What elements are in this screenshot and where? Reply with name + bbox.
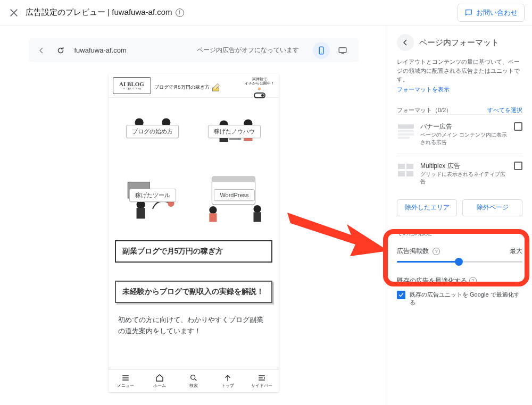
menu-icon <box>121 374 130 382</box>
svg-point-1 <box>321 52 322 53</box>
svg-rect-18 <box>136 208 145 218</box>
ad-count-slider[interactable] <box>397 261 522 263</box>
svg-rect-27 <box>398 130 414 132</box>
sidebar-icon <box>257 374 266 382</box>
category-label: ブログの始め方 <box>126 125 179 138</box>
svg-rect-26 <box>398 124 414 129</box>
info-icon[interactable]: i <box>176 9 184 17</box>
excluded-pages-button[interactable]: 除外ページ <box>462 199 522 216</box>
multiplex-format-icon <box>397 162 415 180</box>
svg-point-23 <box>253 205 261 213</box>
svg-rect-29 <box>398 137 410 139</box>
category-tile[interactable]: 稼げたツール <box>115 166 190 224</box>
mobile-preview-frame: AI BLOG Ai（あい）Blog ブログで月5万円の稼ぎ方 実体験で イチか… <box>109 74 279 392</box>
back-arrow-icon[interactable] <box>36 45 47 56</box>
dark-mode-toggle[interactable] <box>254 92 265 98</box>
article-card[interactable]: 副業ブログで月5万円の稼ぎ方 <box>115 240 272 263</box>
svg-rect-32 <box>398 171 405 176</box>
contact-button[interactable]: お問い合わせ <box>458 4 525 22</box>
category-tile[interactable]: ブログの始め方 <box>115 102 190 161</box>
format-checkbox[interactable] <box>514 122 522 131</box>
category-tile[interactable]: 稼げたノウハウ <box>197 102 272 161</box>
category-label: 稼げたツール <box>129 189 176 202</box>
preview-column: fuwafuwa-af.com ページ内広告がオフになっています AI BLOG… <box>0 26 387 405</box>
intro-text: 初めての方に向けて、わかりやすくブログ副業の道先案内をしています！ <box>115 315 272 337</box>
svg-rect-28 <box>398 133 414 136</box>
format-title: バナー広告 <box>420 122 509 131</box>
format-desc: ページのメイン コンテンツ内に表示される広告 <box>420 131 509 146</box>
svg-rect-31 <box>406 164 413 169</box>
optimize-existing-heading: 既存の広告を最適化する ? <box>397 276 522 285</box>
reload-icon[interactable] <box>55 45 66 56</box>
top-bar: 広告設定のプレビュー | fuwafuwa-af.com i お問い合わせ <box>0 0 532 26</box>
site-logo: AI BLOG Ai（あい）Blog <box>113 77 151 94</box>
ad-status-text: ページ内広告がオフになっています <box>197 46 299 55</box>
search-icon <box>189 374 198 382</box>
select-all-link[interactable]: すべてを選択 <box>487 106 522 114</box>
show-format-link[interactable]: フォーマットを表示 <box>397 86 450 92</box>
nav-top[interactable]: トップ <box>211 369 245 392</box>
writing-hand-icon <box>212 81 223 93</box>
optimize-checkbox[interactable] <box>397 291 405 299</box>
home-icon <box>155 374 164 382</box>
orange-arrows-icon: » <box>258 86 261 91</box>
other-settings-heading: その他の設定 <box>397 229 522 237</box>
chat-icon <box>464 9 473 17</box>
help-icon[interactable]: ? <box>469 277 477 284</box>
category-label: 稼げたノウハウ <box>208 125 261 138</box>
page-title: 広告設定のプレビュー | fuwafuwa-af.com <box>26 7 172 18</box>
device-mobile-button[interactable] <box>313 42 330 59</box>
device-desktop-button[interactable] <box>334 42 351 59</box>
svg-rect-33 <box>406 171 413 176</box>
settings-panel: ページ内フォーマット レイアウトとコンテンツの量に基づいて、ページの領域内に配置… <box>387 26 532 405</box>
arrow-left-icon <box>401 38 410 47</box>
excluded-areas-button[interactable]: 除外したエリア <box>397 199 457 216</box>
nav-sidebar[interactable]: サイドバー <box>245 369 279 392</box>
format-row-banner[interactable]: バナー広告 ページのメイン コンテンツ内に表示される広告 <box>397 114 522 154</box>
svg-rect-2 <box>339 47 346 52</box>
format-count-label: フォーマット（0/2） <box>397 106 452 114</box>
banner-format-icon <box>397 122 415 140</box>
svg-rect-22 <box>209 214 217 222</box>
site-header: AI BLOG Ai（あい）Blog ブログで月5万円の稼ぎ方 実体験で イチか… <box>109 74 279 98</box>
article-card[interactable]: 未経験からブログで副収入の実録を解説！ <box>115 281 272 303</box>
panel-description: レイアウトとコンテンツの量に基づいて、ページの領域内に配置される広告またはユニッ… <box>397 57 522 84</box>
svg-rect-20 <box>212 177 255 182</box>
svg-point-25 <box>190 375 195 379</box>
category-grid: ブログの始め方 稼げたノウハウ <box>115 102 272 224</box>
svg-point-21 <box>209 206 217 214</box>
format-row-multiplex[interactable]: Multiplex 広告 グリッドに表示されるネイティブ広告 <box>397 154 522 193</box>
svg-rect-24 <box>253 213 261 222</box>
category-tile[interactable]: WordPress <box>197 166 272 224</box>
arrow-up-icon <box>223 374 232 382</box>
preview-url: fuwafuwa-af.com <box>74 46 188 54</box>
preview-toolbar: fuwafuwa-af.com ページ内広告がオフになっています <box>29 38 359 62</box>
optimize-checkbox-label: 既存の広告ユニットを Google で最適化する <box>410 291 522 307</box>
panel-title: ページ内フォーマット <box>419 38 499 48</box>
ad-count-max-label: 最大 <box>510 247 522 256</box>
contact-button-label: お問い合わせ <box>476 8 518 18</box>
category-label: WordPress <box>214 189 254 201</box>
site-header-right: 実体験で イチから公開中！ » <box>245 77 275 98</box>
bottom-nav: メニュー ホーム 検索 トップ サイドバー <box>109 369 279 392</box>
nav-search[interactable]: 検索 <box>177 369 211 392</box>
format-desc: グリッドに表示されるネイティブ広告 <box>420 171 509 185</box>
close-icon[interactable] <box>7 6 20 19</box>
panel-back-button[interactable] <box>397 34 414 51</box>
nav-menu[interactable]: メニュー <box>109 369 143 392</box>
svg-rect-30 <box>398 164 405 169</box>
site-tagline: ブログで月5万円の稼ぎ方 <box>154 84 210 91</box>
slider-thumb[interactable] <box>455 258 463 266</box>
help-icon[interactable]: ? <box>433 248 440 255</box>
nav-home[interactable]: ホーム <box>143 369 177 392</box>
format-title: Multiplex 広告 <box>420 162 509 171</box>
ad-count-label: 広告掲載数 ? <box>397 247 440 256</box>
format-checkbox[interactable] <box>514 162 522 170</box>
